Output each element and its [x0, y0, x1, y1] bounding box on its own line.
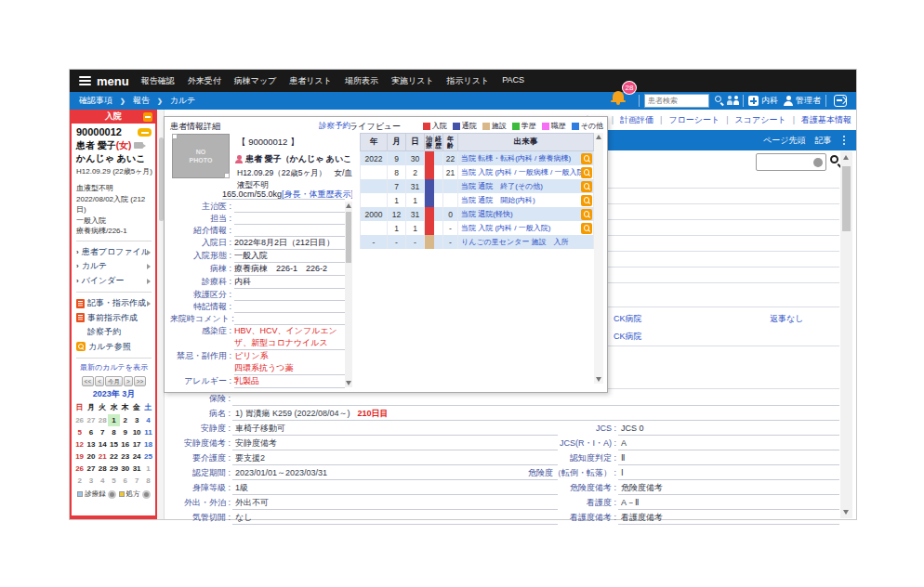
hamburger-icon[interactable] [79, 76, 91, 85]
status-badge-icon[interactable] [143, 112, 152, 122]
top-nav-item[interactable]: 指示リスト [447, 75, 490, 87]
event-detail-search-icon[interactable] [581, 195, 592, 206]
calendar-day[interactable]: 31 [131, 463, 142, 475]
calendar-day[interactable]: 9 [120, 426, 131, 438]
sidebar-menu-item[interactable]: › バインダー [76, 274, 152, 289]
lifeview-event[interactable]: 当院 入院 (内科 / 一般入院) [461, 223, 550, 233]
record-hospital[interactable]: CK病院 [614, 331, 642, 343]
calendar-day[interactable]: 10 [131, 426, 142, 438]
logout-icon[interactable] [834, 95, 847, 107]
main-tab[interactable]: フローシート| [668, 114, 728, 126]
calendar-day[interactable]: 27 [86, 463, 97, 475]
calendar-day[interactable]: 18 [142, 438, 153, 450]
calendar-day[interactable]: 20 [86, 450, 97, 463]
calendar-day[interactable]: 5 [73, 426, 85, 438]
sidebar-menu-item[interactable]: › カルテ [76, 259, 152, 274]
lifeview-event[interactable]: 当院 転棟・転科(内科 / 療養病棟) [461, 153, 571, 163]
article-link[interactable]: 記事 [815, 135, 832, 147]
record-search-input[interactable] [756, 153, 826, 171]
calendar-day[interactable]: 2 [120, 414, 131, 426]
calendar-day[interactable]: 1 [108, 414, 119, 426]
event-detail-search-icon[interactable] [581, 181, 592, 192]
calendar-day[interactable]: 4 [142, 414, 153, 426]
calendar-day[interactable]: 13 [86, 438, 97, 450]
calendar-day[interactable]: 21 [97, 450, 108, 463]
top-nav-item[interactable]: 外来受付 [188, 75, 221, 87]
search-icon[interactable] [715, 96, 724, 105]
calendar-day[interactable]: 29 [108, 463, 119, 475]
lifeview-event[interactable]: 当院 通院 終了(その他) [461, 181, 543, 191]
event-detail-search-icon[interactable] [581, 209, 592, 220]
department-icon[interactable] [748, 96, 759, 106]
legend-toggle-button[interactable] [108, 490, 116, 499]
camera-icon[interactable] [134, 142, 143, 149]
breadcrumb-item[interactable]: カルテ [170, 95, 196, 107]
lifeview-scrollbar[interactable] [594, 133, 603, 384]
clear-icon[interactable] [813, 158, 823, 167]
calendar-day[interactable]: 27 [86, 414, 97, 426]
calendar-day[interactable]: 6 [120, 475, 131, 487]
calendar-day[interactable]: 11 [142, 426, 153, 438]
more-menu-icon[interactable] [843, 136, 846, 146]
breadcrumb-item[interactable]: 確認事項 [79, 95, 112, 107]
patient-search-input[interactable] [644, 94, 709, 108]
calendar-nav-button[interactable]: 今月 [105, 376, 123, 386]
calendar-day[interactable]: 5 [108, 475, 119, 487]
calendar-nav-button[interactable]: << [82, 376, 95, 386]
main-tab[interactable]: スコアシート| [735, 114, 795, 126]
sidebar-item-article-order[interactable]: 記事・指示作成 [76, 296, 152, 311]
user-label[interactable]: 管理者 [796, 92, 821, 110]
top-nav-item[interactable]: 患者リスト [289, 75, 332, 87]
user-icon[interactable] [784, 96, 793, 106]
calendar-day[interactable]: 26 [73, 414, 85, 426]
record-hospital[interactable]: CK病院 [614, 313, 642, 325]
page-top-link[interactable]: ページ先頭 [763, 135, 805, 147]
legend-toggle-button[interactable] [142, 490, 151, 499]
main-scrollbar[interactable] [840, 151, 852, 518]
sidebar-item-reservation[interactable]: 診察予約 [76, 325, 152, 340]
calendar-nav-button[interactable]: >> [134, 376, 147, 386]
calendar-day[interactable]: 12 [73, 438, 85, 450]
top-nav-item[interactable]: PACS [502, 75, 524, 87]
top-nav-item[interactable]: 実施リスト [391, 75, 434, 87]
sidebar-item-karte-reference[interactable]: カルテ参照 [76, 340, 152, 355]
patient-panel-scrollbar[interactable] [345, 202, 352, 387]
event-detail-search-icon[interactable] [581, 167, 592, 178]
calendar-day[interactable]: 8 [108, 426, 119, 438]
calendar-day[interactable]: 28 [97, 414, 108, 426]
main-tab[interactable]: 計画評価| [620, 114, 662, 126]
calendar-day[interactable]: 1 [142, 463, 153, 475]
calendar-day[interactable]: 7 [97, 426, 108, 438]
lifeview-event[interactable]: 当院 通院 開始(内科) [461, 195, 535, 205]
event-detail-search-icon[interactable] [581, 153, 592, 164]
event-detail-search-icon[interactable] [581, 223, 592, 234]
lifeview-event[interactable]: 当院 入院 (内科 / 一般病棟 / 一般入院) [461, 167, 587, 177]
lifeview-event[interactable]: 当院 退院(軽快) [461, 209, 513, 219]
calendar-day[interactable]: 17 [131, 438, 142, 450]
calendar-day[interactable]: 24 [131, 450, 142, 463]
sidebar-menu-item[interactable]: › 患者プロファイル [76, 245, 152, 260]
calendar-day[interactable]: 26 [73, 463, 85, 475]
calendar-day[interactable]: 6 [86, 426, 97, 438]
calendar-day[interactable]: 3 [131, 414, 142, 426]
department-label[interactable]: 内科 [761, 92, 778, 110]
height-weight-history-link[interactable]: [身長・体重歴表示] [282, 189, 352, 199]
lifeview-event[interactable]: りんごの里センター 施設 入所 [461, 237, 569, 247]
id-badge-icon[interactable] [138, 128, 152, 137]
patients-list-icon[interactable] [727, 96, 740, 105]
calendar-day[interactable]: 14 [97, 438, 108, 450]
latest-karte-link[interactable]: 最新のカルテを表示 [76, 362, 152, 372]
menu-label[interactable]: menu [97, 74, 129, 88]
calendar-day[interactable]: 4 [97, 475, 108, 487]
calendar-day[interactable]: 7 [131, 475, 142, 487]
calendar-nav-button[interactable]: < [95, 376, 104, 386]
top-nav-item[interactable]: 病棟マップ [234, 75, 277, 87]
calendar-day[interactable]: 16 [120, 438, 131, 450]
calendar-day[interactable]: 25 [142, 450, 153, 463]
sidebar-item-advance-order[interactable]: 事前指示作成 [76, 311, 152, 326]
calendar-day[interactable]: 3 [86, 475, 97, 487]
calendar-day[interactable]: 19 [73, 450, 85, 463]
calendar-day[interactable]: 15 [108, 438, 119, 450]
calendar-day[interactable]: 28 [97, 463, 108, 475]
calendar-day[interactable]: 8 [142, 475, 153, 487]
